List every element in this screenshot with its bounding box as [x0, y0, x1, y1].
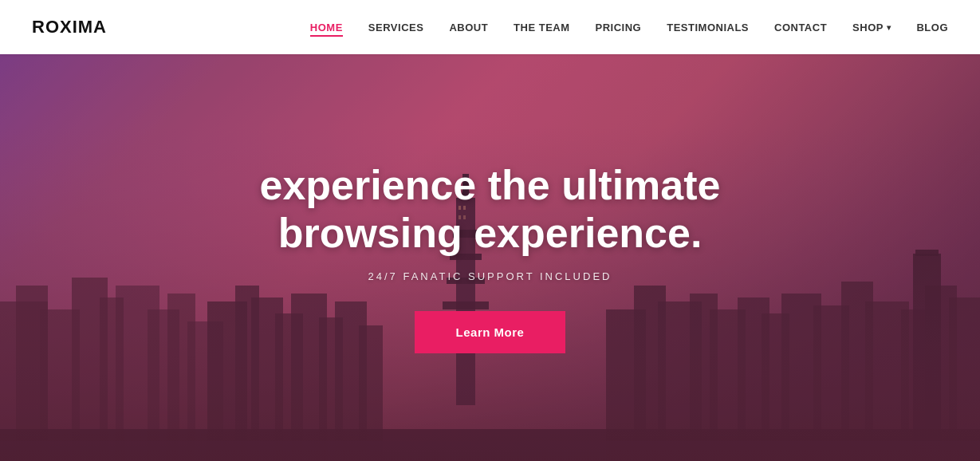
hero-subtitle: 24/7 FANATIC SUPPORT INCLUDED — [211, 270, 769, 282]
hero-content: experience the ultimate browsing experie… — [211, 108, 769, 353]
nav-item-testimonials[interactable]: TESTIMONIALS — [667, 22, 749, 33]
nav-item-about[interactable]: ABOUT — [449, 22, 488, 33]
site-header: ROXIMA HOME SERVICES ABOUT THE TEAM PRIC… — [0, 0, 980, 54]
learn-more-button[interactable]: Learn More — [415, 311, 566, 353]
nav-item-the-team[interactable]: THE TEAM — [514, 22, 569, 33]
site-logo[interactable]: ROXIMA — [32, 17, 107, 37]
nav-item-pricing[interactable]: PRICING — [596, 22, 642, 33]
nav-item-home[interactable]: HOME — [310, 22, 343, 33]
nav-item-contact[interactable]: CONTACT — [774, 22, 827, 33]
nav-item-blog[interactable]: BLOG — [916, 22, 948, 33]
hero-title: experience the ultimate browsing experie… — [211, 162, 769, 258]
hero-section: experience the ultimate browsing experie… — [0, 0, 980, 461]
nav-item-shop[interactable]: SHOP — [852, 22, 891, 33]
nav-item-services[interactable]: SERVICES — [368, 22, 424, 33]
main-nav: HOME SERVICES ABOUT THE TEAM PRICING TES… — [310, 22, 948, 33]
